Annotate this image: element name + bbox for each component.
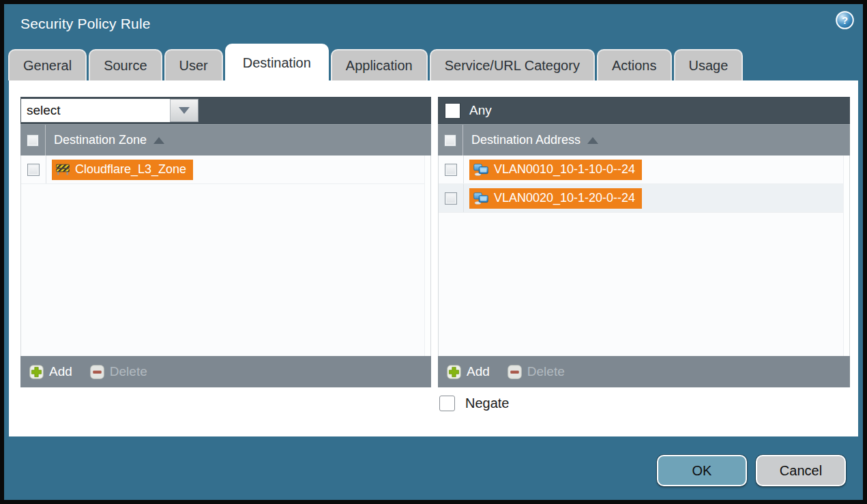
add-icon bbox=[29, 365, 44, 379]
any-label: Any bbox=[469, 103, 492, 118]
address-row-checkbox-0[interactable] bbox=[445, 164, 457, 176]
address-icon bbox=[473, 192, 488, 205]
zone-type-select-input[interactable] bbox=[21, 99, 170, 122]
zone-type-combobox bbox=[21, 99, 199, 122]
address-list: VLAN0010_10-1-10-0--24 bbox=[438, 155, 850, 356]
sort-ascending-icon bbox=[587, 137, 598, 144]
ok-button[interactable]: OK bbox=[657, 455, 747, 486]
address-item-label: VLAN0010_10-1-10-0--24 bbox=[494, 162, 635, 177]
zone-row: Cloudflare_L3_Zone bbox=[21, 155, 430, 184]
address-panel-footer: Add Delete bbox=[438, 356, 850, 387]
address-row: VLAN0010_10-1-10-0--24 bbox=[439, 155, 849, 184]
address-column-label: Destination Address bbox=[471, 133, 581, 147]
any-checkbox[interactable] bbox=[445, 103, 460, 119]
tab-source[interactable]: Source bbox=[89, 49, 162, 80]
zone-select-all-checkbox[interactable] bbox=[27, 134, 39, 147]
negate-label: Negate bbox=[465, 396, 510, 411]
tab-actions[interactable]: Actions bbox=[597, 49, 672, 80]
address-icon bbox=[473, 164, 488, 176]
zone-add-button[interactable]: Add bbox=[29, 364, 72, 379]
tab-bar: General Source User Destination Applicat… bbox=[8, 44, 743, 80]
help-icon[interactable]: ? bbox=[836, 11, 854, 29]
destination-zone-panel: Destination Zone bbox=[20, 97, 431, 387]
tab-destination[interactable]: Destination bbox=[225, 44, 329, 80]
tab-user[interactable]: User bbox=[164, 49, 223, 80]
address-row-checkbox-1[interactable] bbox=[445, 192, 457, 205]
tab-general[interactable]: General bbox=[8, 49, 87, 80]
svg-text:?: ? bbox=[842, 14, 848, 26]
zone-icon bbox=[56, 164, 70, 175]
address-item[interactable]: VLAN0010_10-1-10-0--24 bbox=[469, 160, 642, 180]
sort-ascending-icon bbox=[153, 137, 164, 144]
zone-item[interactable]: Cloudflare_L3_Zone bbox=[52, 160, 193, 180]
zone-list: Cloudflare_L3_Zone bbox=[20, 155, 431, 356]
delete-icon bbox=[90, 365, 104, 379]
add-icon bbox=[447, 365, 461, 379]
zone-panel-toolbar bbox=[20, 97, 431, 124]
cancel-button[interactable]: Cancel bbox=[756, 455, 846, 486]
negate-row: Negate bbox=[439, 396, 510, 411]
address-row: VLAN0020_10-1-20-0--24 bbox=[439, 184, 849, 213]
address-delete-button[interactable]: Delete bbox=[508, 364, 565, 379]
chevron-down-icon bbox=[179, 107, 190, 114]
address-panel-toolbar: Any bbox=[438, 97, 850, 124]
title-bar: Security Policy Rule ? bbox=[4, 4, 863, 45]
tab-usage[interactable]: Usage bbox=[674, 49, 744, 80]
tab-service-url-category[interactable]: Service/URL Category bbox=[430, 49, 595, 80]
address-select-all-checkbox[interactable] bbox=[444, 134, 456, 147]
tab-application[interactable]: Application bbox=[331, 49, 428, 80]
delete-icon bbox=[508, 365, 522, 379]
address-item-label: VLAN0020_10-1-20-0--24 bbox=[494, 191, 635, 205]
negate-checkbox[interactable] bbox=[439, 396, 455, 411]
destination-address-panel: Any Destination Address bbox=[438, 97, 850, 387]
zone-row-checkbox[interactable] bbox=[27, 164, 40, 176]
zone-column-label: Destination Zone bbox=[54, 133, 147, 147]
zone-delete-button[interactable]: Delete bbox=[90, 364, 147, 379]
zone-column-header[interactable]: Destination Zone bbox=[20, 124, 431, 155]
zone-type-dropdown-button[interactable] bbox=[170, 99, 199, 122]
address-item[interactable]: VLAN0020_10-1-20-0--24 bbox=[469, 188, 642, 209]
zone-item-label: Cloudflare_L3_Zone bbox=[75, 162, 186, 177]
address-add-button[interactable]: Add bbox=[447, 364, 490, 379]
security-policy-rule-dialog: Security Policy Rule ? General Source Us… bbox=[4, 4, 863, 500]
screen: Security Policy Rule ? General Source Us… bbox=[0, 0, 867, 504]
zone-panel-footer: Add Delete bbox=[20, 356, 431, 387]
dialog-title: Security Policy Rule bbox=[20, 16, 151, 32]
address-column-header[interactable]: Destination Address bbox=[438, 124, 850, 155]
destination-tab-content: Destination Zone bbox=[9, 80, 858, 436]
